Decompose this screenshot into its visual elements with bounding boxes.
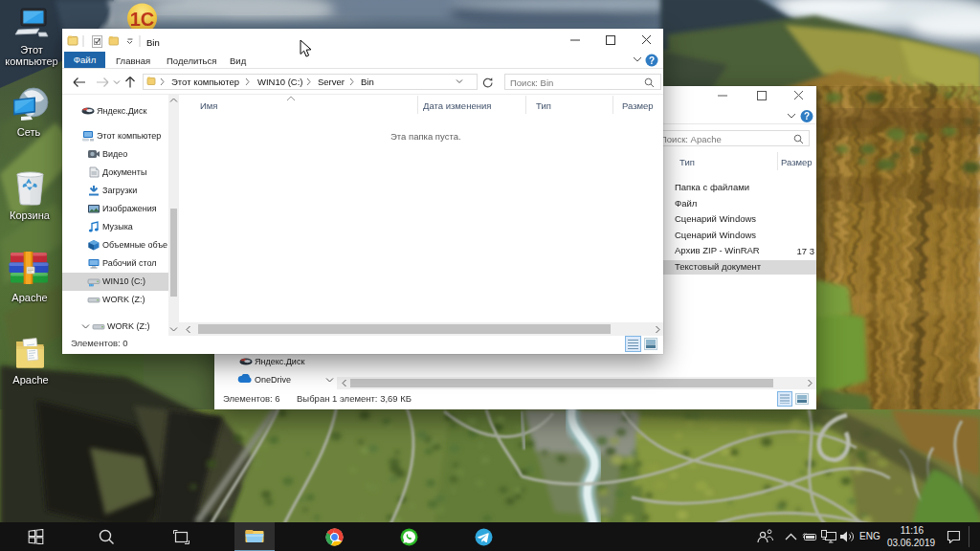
svg-text:?: ? (804, 111, 810, 121)
svg-text:?: ? (649, 55, 655, 66)
svg-text:Server: Server (318, 77, 345, 87)
svg-text:1С: 1С (130, 9, 155, 30)
svg-text:WIN10 (C:): WIN10 (C:) (257, 77, 303, 87)
svg-text:Bin: Bin (361, 77, 374, 87)
svg-text:Этот компьютер: Этот компьютер (171, 77, 239, 87)
svg-text:Bin: Bin (146, 37, 160, 48)
